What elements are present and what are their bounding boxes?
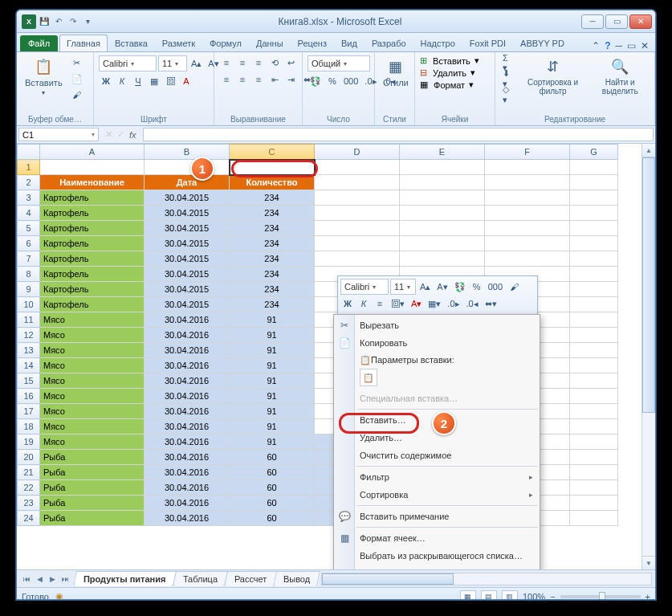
cell[interactable]: 30.04.2015 <box>145 267 230 282</box>
cell[interactable]: 91 <box>230 373 315 389</box>
zoom-in-button[interactable]: + <box>646 592 650 601</box>
row-header[interactable]: 23 <box>18 496 40 511</box>
row-header[interactable]: 15 <box>18 373 40 389</box>
tab-foxit[interactable]: Foxit PDI <box>462 35 513 51</box>
sheet-tab-1[interactable]: Таблица <box>172 571 227 586</box>
cell[interactable]: Мясо <box>40 419 145 434</box>
close-button[interactable]: ✕ <box>629 14 652 29</box>
cell[interactable]: 234 <box>230 206 315 221</box>
row-header[interactable]: 3 <box>18 190 40 206</box>
cell[interactable]: 91 <box>230 358 315 373</box>
cell[interactable]: Рыба <box>40 450 145 465</box>
italic-button[interactable]: К <box>115 74 129 88</box>
cell[interactable] <box>400 160 485 175</box>
cell[interactable]: 91 <box>230 343 315 358</box>
cell[interactable] <box>570 450 618 465</box>
cell[interactable]: Рыба <box>40 465 145 480</box>
table-header-cell[interactable]: Дата <box>145 175 230 190</box>
tab-review[interactable]: Реценз <box>291 35 334 51</box>
bold-button[interactable]: Ж <box>99 74 113 88</box>
cell[interactable] <box>570 496 618 511</box>
mini-border-icon[interactable]: ▦▾ <box>426 296 443 311</box>
sheet-nav-last-icon[interactable]: ⏭ <box>59 573 71 585</box>
mini-dec-dec-icon[interactable]: .0◂ <box>464 296 481 311</box>
cell[interactable]: 234 <box>230 236 315 251</box>
border-icon[interactable]: ▦ <box>147 74 161 88</box>
currency-icon[interactable]: 💱 <box>307 74 324 88</box>
mini-brush-icon[interactable]: 🖌 <box>507 279 521 294</box>
scroll-thumb[interactable] <box>642 157 655 413</box>
cell[interactable]: 91 <box>230 434 315 450</box>
cell[interactable]: 91 <box>230 389 315 404</box>
cell[interactable] <box>570 404 618 419</box>
cell[interactable] <box>485 206 570 221</box>
cells-delete-button[interactable]: ⊟ Удалить ▾ <box>420 67 475 78</box>
mini-font-color-icon[interactable]: A▾ <box>409 296 424 311</box>
orientation-icon[interactable]: ⟲ <box>267 55 282 70</box>
cell[interactable]: 91 <box>230 328 315 343</box>
sheet-nav-next-icon[interactable]: ▶ <box>46 573 59 585</box>
cell[interactable]: 234 <box>230 297 315 312</box>
align-right-icon[interactable]: ≡ <box>251 72 266 87</box>
row-header[interactable]: 10 <box>18 297 40 312</box>
cell[interactable]: 91 <box>230 419 315 434</box>
cell[interactable]: 30.04.2016 <box>145 419 230 434</box>
cell[interactable]: 60 <box>230 450 315 465</box>
cell[interactable]: Мясо <box>40 389 145 404</box>
cell[interactable]: Картофель <box>40 190 145 206</box>
doc-restore-icon[interactable]: ▭ <box>627 40 636 51</box>
cell[interactable]: 60 <box>230 496 315 511</box>
cell[interactable] <box>570 465 618 480</box>
cell[interactable] <box>400 251 485 267</box>
scroll-down-icon[interactable]: ▼ <box>642 556 655 569</box>
cell[interactable] <box>315 236 400 251</box>
cells-insert-button[interactable]: ⊞ Вставить ▾ <box>420 55 479 66</box>
cm-filter[interactable]: Фильтр▸ <box>334 468 540 486</box>
row-header[interactable]: 18 <box>18 419 40 434</box>
mini-grow-font-icon[interactable]: A▴ <box>417 279 433 294</box>
cell[interactable]: Картофель <box>40 221 145 236</box>
cell[interactable] <box>570 373 618 389</box>
cell[interactable] <box>570 175 618 190</box>
doc-close-icon[interactable]: ✕ <box>641 40 649 51</box>
save-icon[interactable]: 💾 <box>38 15 51 28</box>
cell[interactable]: 30.04.2015 <box>145 297 230 312</box>
row-header[interactable]: 9 <box>18 282 40 297</box>
cell[interactable]: 30.04.2015 <box>145 206 230 221</box>
tab-data[interactable]: Данны <box>249 35 291 51</box>
cell[interactable] <box>315 160 400 175</box>
name-box[interactable]: C1▾ <box>18 128 99 141</box>
cell[interactable]: 234 <box>230 251 315 267</box>
align-left-icon[interactable]: ≡ <box>219 72 234 87</box>
cell[interactable] <box>40 160 145 175</box>
cancel-formula-icon[interactable]: ✕ <box>105 129 112 140</box>
sheet-nav-prev-icon[interactable]: ◀ <box>33 573 46 585</box>
cell[interactable] <box>570 480 618 496</box>
zoom-slider[interactable] <box>560 595 641 598</box>
cm-format-cells[interactable]: ▦Формат ячеек… <box>334 529 540 547</box>
cell[interactable]: 30.04.2016 <box>145 434 230 450</box>
cell[interactable]: 30.04.2016 <box>145 480 230 496</box>
mini-comma-icon[interactable]: 000 <box>486 279 505 294</box>
cell[interactable]: 30.04.2016 <box>145 312 230 328</box>
row-header[interactable]: 19 <box>18 434 40 450</box>
qat-more-icon[interactable]: ▾ <box>81 15 94 28</box>
tab-formulas[interactable]: Формул <box>202 35 249 51</box>
cell[interactable] <box>485 160 570 175</box>
cell[interactable] <box>570 419 618 434</box>
tab-developer[interactable]: Разрабо <box>365 35 413 51</box>
wrap-text-icon[interactable]: ↩ <box>283 55 298 70</box>
cell[interactable] <box>485 221 570 236</box>
cell[interactable] <box>570 282 618 297</box>
cell[interactable]: Картофель <box>40 206 145 221</box>
cell[interactable] <box>485 175 570 190</box>
col-header-D[interactable]: D <box>315 145 400 160</box>
cell[interactable]: Картофель <box>40 297 145 312</box>
cell[interactable] <box>230 160 315 175</box>
tab-layout[interactable]: Разметк <box>155 35 202 51</box>
ribbon-minimize-icon[interactable]: ⌃ <box>592 40 600 51</box>
formula-input[interactable] <box>143 128 654 141</box>
cell[interactable]: 30.04.2016 <box>145 450 230 465</box>
cell[interactable]: Мясо <box>40 328 145 343</box>
cell[interactable] <box>400 190 485 206</box>
